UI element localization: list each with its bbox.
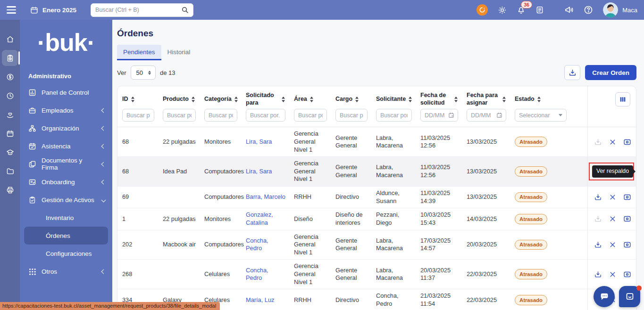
sort-icon[interactable] bbox=[502, 97, 506, 102]
feedback-chat-button[interactable] bbox=[594, 286, 615, 307]
rail-item-asset-management[interactable] bbox=[2, 50, 18, 66]
rail-item-calendario[interactable] bbox=[2, 125, 18, 141]
view-backup-button[interactable] bbox=[623, 215, 631, 223]
solicitado-para-link[interactable]: María, Luz bbox=[246, 296, 274, 303]
filter-input-solicitante[interactable] bbox=[376, 109, 412, 122]
sort-icon[interactable] bbox=[234, 97, 238, 102]
view-backup-button[interactable] bbox=[623, 270, 631, 278]
cancel-order-button[interactable] bbox=[609, 270, 617, 278]
sort-icon[interactable] bbox=[408, 97, 412, 102]
view-backup-button[interactable] bbox=[623, 241, 631, 249]
filter-select-estado[interactable]: Seleccionar bbox=[515, 109, 567, 122]
filter-cell bbox=[117, 107, 158, 127]
sort-icon[interactable] bbox=[191, 97, 195, 102]
search-input[interactable] bbox=[95, 7, 181, 13]
filter-input-id[interactable] bbox=[122, 109, 154, 122]
solicitado-para-link[interactable]: Gonzalez, Catalina bbox=[246, 211, 273, 226]
filter-input-cargo[interactable] bbox=[335, 109, 368, 122]
user-avatar[interactable] bbox=[603, 2, 618, 17]
filter-input-producto[interactable] bbox=[163, 109, 196, 122]
sidebar-item-0[interactable]: Panel de Control bbox=[20, 83, 112, 101]
col-header[interactable]: Fecha de solicitud bbox=[416, 86, 462, 107]
sort-icon[interactable] bbox=[537, 97, 541, 102]
buk-apps-icon[interactable] bbox=[477, 4, 488, 16]
col-header[interactable]: Fecha para asignar bbox=[462, 86, 510, 107]
filter-input-solicitado para[interactable] bbox=[246, 109, 285, 122]
solicitado-para-link[interactable]: Concha, Pedro bbox=[246, 267, 268, 282]
rail-item-remuneraciones[interactable] bbox=[2, 69, 18, 85]
global-search[interactable] bbox=[91, 3, 193, 17]
col-header[interactable]: Categoría bbox=[200, 86, 241, 107]
col-label: Solicitado para bbox=[246, 92, 279, 106]
sort-icon[interactable] bbox=[281, 97, 285, 102]
columns-settings-button[interactable] bbox=[615, 92, 630, 106]
view-backup-button[interactable] bbox=[623, 138, 631, 146]
solicitado-para-link[interactable]: Lira, Sara bbox=[246, 168, 272, 175]
support-chat-button[interactable] bbox=[619, 286, 640, 307]
sidebar-item-3[interactable]: Asistencia bbox=[20, 137, 112, 155]
sort-icon[interactable] bbox=[131, 97, 135, 102]
tab-historial[interactable]: Historial bbox=[161, 45, 197, 60]
menu-icon[interactable] bbox=[7, 6, 16, 13]
x-icon bbox=[609, 241, 617, 249]
cancel-order-button[interactable] bbox=[609, 241, 617, 249]
page-size-select[interactable]: 50 bbox=[131, 65, 156, 80]
clipboard-clock-icon bbox=[6, 54, 14, 62]
rail-item-tiempo[interactable] bbox=[2, 88, 18, 104]
col-header[interactable]: Cargo bbox=[331, 86, 371, 107]
assign-order-button[interactable] bbox=[594, 241, 602, 249]
cancel-order-button[interactable] bbox=[609, 215, 617, 223]
rail-item-home[interactable] bbox=[2, 31, 18, 47]
help-icon[interactable] bbox=[584, 5, 593, 15]
filter-input-categoría[interactable] bbox=[204, 109, 237, 122]
notifications-bell-icon[interactable]: 36 bbox=[517, 6, 526, 15]
solicitado-para-link[interactable]: Concha, Pedro bbox=[246, 237, 268, 252]
rail-item-espacios[interactable] bbox=[2, 182, 18, 198]
period-selector[interactable]: Enero 2025 bbox=[30, 6, 76, 14]
assign-order-button[interactable] bbox=[594, 270, 602, 278]
filter-cell bbox=[289, 107, 331, 127]
sidebar-item-5[interactable]: Onboarding bbox=[20, 173, 112, 191]
filter-date-fecha-de-solicitud[interactable]: DD/MM bbox=[420, 109, 458, 122]
filter-input-área[interactable] bbox=[294, 109, 327, 122]
announcements-megaphone-icon[interactable] bbox=[564, 5, 574, 15]
col-header[interactable]: Área bbox=[289, 86, 331, 107]
sidebar-item-7[interactable]: Otros bbox=[20, 262, 112, 280]
news-document-icon[interactable] bbox=[535, 6, 544, 14]
cancel-order-button[interactable] bbox=[609, 193, 617, 201]
col-header[interactable]: Solicitante bbox=[371, 86, 416, 107]
tab-pendientes[interactable]: Pendientes bbox=[117, 45, 161, 60]
filter-date-fecha-para-asignar[interactable]: DD/MM bbox=[467, 109, 506, 122]
col-header[interactable]: ID bbox=[117, 86, 158, 107]
col-header[interactable]: Producto bbox=[158, 86, 200, 107]
rail-item-archivos[interactable] bbox=[2, 163, 18, 179]
cell-producto: 22 pulgadas bbox=[163, 215, 196, 222]
col-header[interactable]: Solicitado para bbox=[241, 86, 289, 107]
sidebar-item-label: Gestión de Activos bbox=[42, 196, 94, 204]
assign-order-button[interactable] bbox=[594, 193, 602, 201]
sort-icon[interactable] bbox=[309, 97, 314, 102]
cancel-order-button[interactable] bbox=[609, 138, 617, 146]
download-button[interactable] bbox=[564, 65, 580, 80]
settings-gear-icon[interactable] bbox=[498, 6, 507, 15]
date-placeholder: DD/MM bbox=[425, 112, 444, 119]
solicitado-para-link[interactable]: Barra, Marcelo bbox=[246, 193, 285, 200]
search-icon[interactable] bbox=[181, 6, 189, 14]
sidebar-subitem-órdenes[interactable]: Órdenes bbox=[24, 227, 108, 245]
status-badge: Atrasado bbox=[515, 240, 547, 250]
solicitado-para-link[interactable]: Lira, Sara bbox=[246, 138, 272, 145]
sidebar-item-6[interactable]: Gestión de Activos bbox=[20, 191, 112, 209]
sort-icon[interactable] bbox=[454, 97, 458, 102]
rail-item-capacitacion[interactable] bbox=[2, 144, 18, 160]
user-name[interactable]: Maca bbox=[622, 7, 637, 14]
sort-icon[interactable] bbox=[355, 97, 359, 102]
sidebar-item-1[interactable]: Empleados bbox=[20, 101, 112, 119]
sidebar-item-2[interactable]: Organización bbox=[20, 119, 112, 137]
sidebar-item-4[interactable]: Documentos y Firma bbox=[20, 155, 112, 173]
sidebar-subitem-inventario[interactable]: Inventario bbox=[24, 209, 108, 227]
create-order-button[interactable]: Crear Orden bbox=[585, 65, 636, 80]
rail-item-beneficios[interactable] bbox=[2, 106, 18, 122]
sidebar-subitem-configuraciones[interactable]: Configuraciones bbox=[24, 245, 108, 262]
view-backup-button[interactable] bbox=[623, 193, 631, 201]
col-header[interactable]: Estado bbox=[510, 86, 587, 107]
